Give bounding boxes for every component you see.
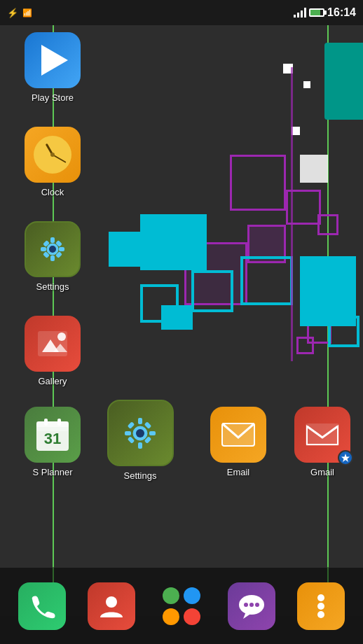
svg-rect-4 (41, 247, 46, 251)
svg-point-21 (136, 429, 144, 438)
s-planner-icon-img: 31 (25, 407, 81, 463)
svg-point-38 (255, 603, 259, 607)
email-label: Email (227, 467, 250, 477)
s-planner-label: S Planner (32, 467, 72, 477)
usb-icon: ⚡ (7, 8, 18, 18)
clock-icon-img (25, 127, 81, 183)
more-dots-icon (307, 592, 335, 620)
svg-rect-18 (44, 419, 48, 426)
svg-rect-24 (125, 431, 131, 435)
gmail-icon[interactable]: Gmail (284, 407, 361, 477)
gmail-badge (338, 450, 353, 465)
svg-rect-2 (50, 237, 55, 243)
apps-dock-item[interactable] (153, 582, 210, 631)
gmail-label: Gmail (310, 467, 334, 477)
gallery-label: Gallery (38, 376, 67, 386)
store-dock-icon (297, 582, 345, 630)
battery-icon (309, 8, 324, 17)
play-triangle (41, 45, 68, 76)
settings-icon-img (25, 221, 81, 277)
svg-marker-32 (341, 454, 350, 462)
svg-rect-26 (128, 421, 135, 429)
gallery-svg-icon (35, 328, 70, 359)
gmail-icon-img (294, 407, 350, 463)
contacts-dock-item[interactable] (83, 582, 139, 630)
svg-point-39 (317, 594, 324, 601)
svg-point-13 (57, 332, 66, 341)
email-icon[interactable]: Email (200, 407, 277, 477)
clock-icon[interactable]: Clock (14, 127, 91, 197)
svg-point-40 (317, 603, 324, 610)
status-left-icons: ⚡ 📶 (7, 8, 32, 18)
status-right-icons: 16:14 (294, 6, 356, 19)
person-icon (97, 592, 125, 620)
settings-label: Settings (36, 281, 69, 292)
messages-dock-icon (228, 582, 275, 630)
s-planner-icon[interactable]: 31 S Planner (14, 407, 91, 477)
svg-rect-25 (149, 431, 156, 435)
messages-dock-item[interactable] (224, 582, 280, 630)
settings-icon[interactable]: Settings (14, 221, 91, 292)
svg-point-37 (249, 603, 254, 607)
svg-rect-3 (50, 255, 55, 261)
chat-bubble-icon (236, 591, 267, 622)
email-icon-img (210, 407, 266, 463)
svg-rect-16 (36, 421, 69, 427)
signal-bars (294, 8, 306, 18)
clock-label: Clock (41, 187, 64, 197)
settings-2-label: Settings (124, 470, 157, 481)
apps-grid-dots (158, 583, 205, 629)
calendar-icon: 31 (34, 416, 71, 454)
settings-2-icon-img (107, 400, 174, 466)
phone-dock-icon (18, 582, 66, 630)
status-bar: ⚡ 📶 16:14 (0, 0, 363, 25)
svg-rect-22 (138, 418, 142, 424)
svg-text:31: 31 (44, 430, 61, 447)
svg-point-33 (106, 596, 117, 608)
svg-rect-31 (306, 424, 339, 446)
svg-point-1 (49, 246, 56, 253)
app-grid: Play Store Clock (0, 25, 363, 564)
phone-dock-item[interactable] (14, 582, 70, 630)
clock-face (34, 136, 71, 174)
gallery-icon[interactable]: Gallery (14, 316, 91, 386)
svg-rect-28 (128, 436, 135, 444)
play-store-icon-img (25, 32, 81, 88)
phone-icon (28, 592, 56, 620)
svg-rect-23 (138, 442, 142, 449)
svg-point-41 (317, 611, 324, 618)
gear-2-icon (120, 413, 160, 454)
play-store-label: Play Store (32, 92, 74, 103)
apps-dock-icon (157, 582, 206, 631)
clock-center-dot (50, 153, 55, 157)
svg-rect-27 (144, 421, 152, 429)
svg-rect-5 (59, 247, 64, 251)
bottom-dock (0, 567, 363, 644)
sound-icon: 📶 (22, 8, 32, 18)
contacts-dock-icon (88, 582, 135, 630)
svg-rect-19 (57, 419, 61, 426)
gmail-svg-icon (304, 421, 341, 449)
settings-2-icon[interactable]: Settings (102, 400, 179, 481)
status-time: 16:14 (327, 6, 356, 19)
svg-point-36 (244, 603, 248, 607)
gear-icon (35, 232, 70, 267)
store-dock-item[interactable] (293, 582, 349, 630)
gallery-icon-img (25, 316, 81, 372)
play-store-icon[interactable]: Play Store (14, 32, 91, 103)
envelope-icon (221, 421, 256, 449)
